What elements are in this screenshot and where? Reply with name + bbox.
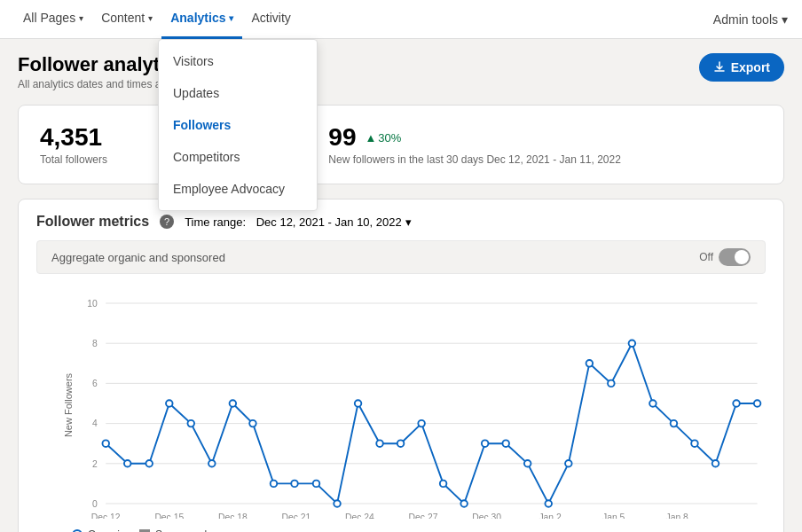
data-point	[188, 420, 195, 427]
nav-content[interactable]: Content ▾	[92, 0, 161, 39]
page-header: Follower analytics All analytics dates a…	[18, 53, 784, 90]
followers-chart: 10 8 6 4 2 0 Dec 12 Dec 15 Dec 18	[81, 288, 766, 519]
chart-container: New Followers 10 8 6 4 2 0	[81, 288, 766, 521]
svg-text:Dec 15: Dec 15	[154, 512, 184, 519]
data-point	[397, 440, 405, 447]
data-point	[586, 360, 594, 367]
dropdown-employee-advocacy[interactable]: Employee Advocacy	[159, 173, 317, 205]
metrics-header: Follower metrics ? Time range: Dec 12, 2…	[36, 214, 766, 230]
data-point	[502, 440, 509, 447]
growth-badge: ▲ 30%	[365, 131, 401, 145]
chart-legend: Organic Sponsored	[36, 528, 766, 532]
nav-all-pages[interactable]: All Pages ▾	[14, 0, 92, 39]
data-point	[565, 460, 572, 467]
top-navigation: All Pages ▾ Content ▾ Analytics ▾ Activi…	[0, 0, 802, 39]
stats-card: 4,351 Total followers 99 ▲ 30% New follo…	[18, 105, 784, 184]
data-point	[608, 380, 615, 387]
data-point	[271, 481, 278, 488]
new-followers-section: 99 ▲ 30% New followers in the last 30 da…	[293, 123, 762, 166]
chevron-down-icon: ▾	[229, 13, 233, 23]
data-point	[166, 400, 173, 407]
svg-text:Dec 18: Dec 18	[218, 512, 248, 519]
svg-text:Dec 24: Dec 24	[345, 512, 374, 519]
data-point	[418, 420, 425, 427]
data-point	[629, 340, 636, 347]
aggregate-bar: Aggregate organic and sponsored Off	[36, 240, 766, 274]
legend-organic: Organic	[72, 528, 125, 532]
time-range-value: Dec 12, 2021 - Jan 10, 2022	[256, 215, 402, 229]
new-followers-label: New followers in the last 30 days Dec 12…	[328, 153, 762, 166]
metrics-title: Follower metrics	[36, 214, 149, 230]
svg-text:Dec 30: Dec 30	[472, 512, 501, 519]
chevron-down-icon: ▾	[79, 13, 83, 23]
svg-text:Jan 5: Jan 5	[602, 512, 625, 519]
svg-text:Dec 12: Dec 12	[91, 512, 121, 519]
chevron-down-icon: ▾	[405, 215, 412, 229]
growth-arrow-icon: ▲	[365, 131, 376, 145]
data-point	[313, 481, 320, 488]
metrics-card: Follower metrics ? Time range: Dec 12, 2…	[18, 199, 784, 532]
aggregate-label: Aggregate organic and sponsored	[51, 251, 225, 264]
svg-text:8: 8	[92, 339, 98, 348]
data-point	[482, 440, 489, 447]
nav-activity[interactable]: Activity	[242, 0, 299, 39]
data-point	[291, 481, 298, 488]
data-point	[376, 440, 383, 447]
svg-text:Jan 2: Jan 2	[539, 512, 562, 519]
nav-analytics[interactable]: Analytics ▾	[161, 0, 242, 39]
download-icon	[713, 61, 726, 74]
toggle-state-label: Off	[699, 251, 713, 263]
data-point	[524, 460, 531, 467]
dropdown-competitors[interactable]: Competitors	[159, 141, 317, 173]
time-range-label: Time range:	[185, 215, 246, 229]
nav-activity-label: Activity	[251, 11, 290, 25]
help-icon[interactable]: ?	[160, 215, 174, 229]
chevron-down-icon: ▾	[782, 12, 788, 27]
data-point	[208, 460, 216, 467]
export-button[interactable]: Export	[699, 53, 784, 82]
chevron-down-icon: ▾	[148, 13, 153, 23]
svg-text:Dec 27: Dec 27	[409, 512, 438, 519]
toggle-container: Off	[699, 248, 751, 266]
time-range-selector[interactable]: Time range: Dec 12, 2021 - Jan 10, 2022 …	[185, 215, 412, 229]
data-point	[460, 500, 468, 507]
analytics-dropdown: Visitors Updates Followers Competitors E…	[158, 39, 318, 211]
data-point	[249, 420, 256, 427]
data-point	[691, 440, 698, 447]
chart-area: New Followers 10 8 6 4 2 0	[36, 281, 766, 532]
data-point	[440, 481, 447, 488]
nav-all-pages-label: All Pages	[23, 11, 75, 25]
nav-analytics-label: Analytics	[170, 11, 225, 25]
admin-tools-label: Admin tools	[713, 12, 778, 27]
dropdown-visitors[interactable]: Visitors	[159, 45, 317, 77]
data-point	[355, 400, 362, 407]
svg-text:0: 0	[92, 499, 98, 509]
data-point	[754, 400, 761, 407]
growth-pct: 30%	[378, 131, 401, 145]
svg-text:Dec 21: Dec 21	[282, 512, 311, 519]
dropdown-updates[interactable]: Updates	[159, 77, 317, 109]
data-point	[145, 460, 153, 467]
svg-text:10: 10	[87, 299, 98, 309]
svg-text:2: 2	[92, 459, 98, 469]
new-followers-number: 99	[328, 123, 356, 152]
data-point	[124, 460, 131, 467]
data-point	[649, 400, 657, 407]
admin-tools-menu[interactable]: Admin tools ▾	[713, 12, 788, 27]
sponsored-label: Sponsored	[155, 528, 207, 532]
data-point	[545, 500, 552, 507]
data-point	[712, 460, 719, 467]
data-point	[230, 400, 237, 407]
data-point	[334, 500, 341, 507]
data-point	[102, 440, 109, 447]
page-content: Follower analytics All analytics dates a…	[0, 39, 802, 532]
data-point	[733, 400, 740, 407]
legend-sponsored: Sponsored	[139, 528, 207, 532]
svg-text:6: 6	[92, 379, 98, 388]
svg-text:4: 4	[92, 419, 98, 428]
y-axis-label: New Followers	[63, 372, 74, 436]
export-label: Export	[731, 60, 770, 74]
organic-label: Organic	[88, 528, 125, 532]
dropdown-followers[interactable]: Followers	[159, 109, 317, 141]
aggregate-toggle[interactable]	[719, 248, 751, 266]
